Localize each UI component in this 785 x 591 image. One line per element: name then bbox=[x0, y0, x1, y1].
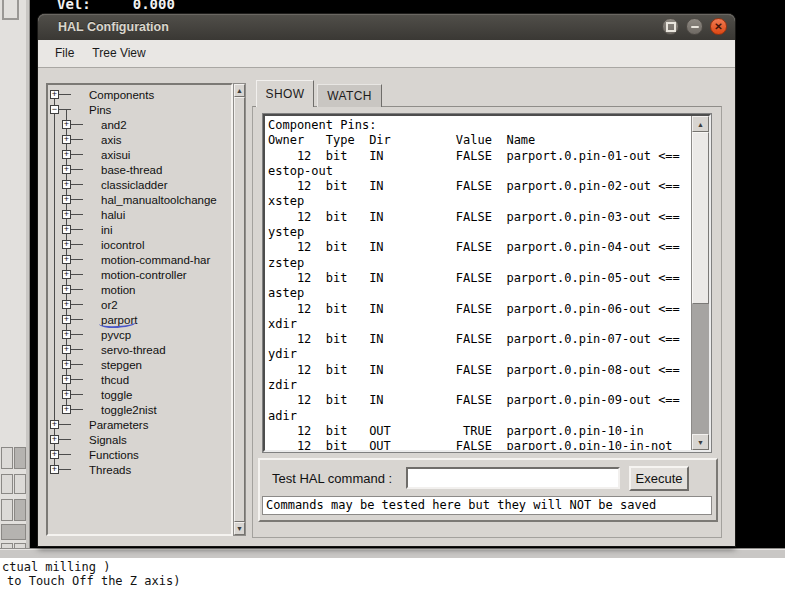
menu-tree-view[interactable]: Tree View bbox=[83, 40, 154, 67]
tree-item-axisui[interactable]: +axisui bbox=[48, 147, 231, 162]
expand-icon[interactable]: + bbox=[62, 345, 71, 354]
tree-item-base-thread[interactable]: +base-thread bbox=[48, 162, 231, 177]
tree-item-label: and2 bbox=[101, 119, 127, 131]
expand-icon[interactable]: + bbox=[62, 120, 71, 129]
tree-item-label: axis bbox=[101, 134, 121, 146]
expand-icon[interactable]: + bbox=[62, 285, 71, 294]
window-body: +Components−Pins+and2+axis+axisui+base-t… bbox=[38, 68, 735, 546]
tree-connector bbox=[71, 207, 101, 222]
tree-connector bbox=[59, 417, 89, 432]
expand-icon[interactable]: + bbox=[62, 300, 71, 309]
tree-item-servo-thread[interactable]: +servo-thread bbox=[48, 342, 231, 357]
execute-button[interactable]: Execute bbox=[629, 466, 689, 491]
tree-item-Parameters[interactable]: +Parameters bbox=[48, 417, 231, 432]
expand-icon[interactable]: + bbox=[50, 465, 59, 474]
expand-icon[interactable]: + bbox=[50, 450, 59, 459]
tree-item-pyvcp[interactable]: +pyvcp bbox=[48, 327, 231, 342]
expand-icon[interactable]: + bbox=[62, 135, 71, 144]
tree-connector bbox=[71, 297, 101, 312]
titlebar[interactable]: HAL Configuration ✕ bbox=[38, 14, 735, 40]
fragment-button bbox=[1, 499, 13, 521]
tree-item-label: stepgen bbox=[101, 359, 142, 371]
expand-icon[interactable]: + bbox=[50, 90, 59, 99]
expand-icon[interactable]: + bbox=[62, 255, 71, 264]
expand-icon[interactable]: + bbox=[62, 240, 71, 249]
tree-item-stepgen[interactable]: +stepgen bbox=[48, 357, 231, 372]
tree-item-motion-controller[interactable]: +motion-controller bbox=[48, 267, 231, 282]
expand-icon[interactable]: + bbox=[62, 165, 71, 174]
tree-connector bbox=[71, 312, 101, 327]
tree-scrollbar-thumb[interactable] bbox=[234, 97, 245, 522]
tree-item-classicladder[interactable]: +classicladder bbox=[48, 177, 231, 192]
tree-item-halui[interactable]: +halui bbox=[48, 207, 231, 222]
tree-item-motion[interactable]: +motion bbox=[48, 282, 231, 297]
expand-icon[interactable]: + bbox=[62, 390, 71, 399]
scroll-up-icon[interactable]: ▲ bbox=[692, 116, 709, 132]
tree-item-axis[interactable]: +axis bbox=[48, 132, 231, 147]
maximize-icon bbox=[666, 22, 676, 32]
tree-item-toggle[interactable]: +toggle bbox=[48, 387, 231, 402]
tree-item-toggle2nist[interactable]: +toggle2nist bbox=[48, 402, 231, 417]
show-scrollbar-trough[interactable] bbox=[692, 304, 709, 434]
tree-item-and2[interactable]: +and2 bbox=[48, 117, 231, 132]
tree-item-Components[interactable]: +Components bbox=[48, 87, 231, 102]
expand-icon[interactable]: + bbox=[62, 210, 71, 219]
show-output-text[interactable]: Component Pins: Owner Type Dir Value Nam… bbox=[265, 116, 691, 450]
tree-item-label: pyvcp bbox=[101, 329, 131, 341]
tree-connector bbox=[71, 162, 101, 177]
scroll-down-icon[interactable]: ▼ bbox=[692, 434, 709, 450]
tree-item-motion-command-har[interactable]: +motion-command-har bbox=[48, 252, 231, 267]
scroll-up-icon[interactable]: ▲ bbox=[234, 84, 245, 97]
tab-watch[interactable]: WATCH bbox=[317, 84, 382, 107]
fragment-button bbox=[14, 474, 26, 494]
tree-connector bbox=[71, 237, 101, 252]
tree-connector bbox=[71, 252, 101, 267]
expand-icon[interactable]: + bbox=[50, 420, 59, 429]
background-text-line: to Touch Off the Z axis) bbox=[7, 574, 180, 588]
test-command-input[interactable] bbox=[406, 467, 620, 489]
tree-item-Signals[interactable]: +Signals bbox=[48, 432, 231, 447]
expand-icon[interactable]: + bbox=[62, 195, 71, 204]
expand-icon[interactable]: + bbox=[62, 225, 71, 234]
tree-item-parport[interactable]: +parport bbox=[48, 312, 231, 327]
collapse-icon[interactable]: − bbox=[50, 105, 59, 114]
show-scrollbar-thumb[interactable] bbox=[692, 132, 709, 304]
minimize-button[interactable] bbox=[686, 18, 703, 35]
tree-connector bbox=[71, 132, 101, 147]
menubar: File Tree View bbox=[38, 40, 735, 68]
command-note: Commands may be tested here but they wil… bbox=[262, 496, 712, 515]
tree-item-label: motion bbox=[101, 284, 136, 296]
expand-icon[interactable]: + bbox=[62, 375, 71, 384]
expand-icon[interactable]: + bbox=[62, 315, 71, 324]
close-button[interactable]: ✕ bbox=[710, 18, 727, 35]
tree-item-hal_manualtoolchange[interactable]: +hal_manualtoolchange bbox=[48, 192, 231, 207]
tree-connector bbox=[71, 342, 101, 357]
maximize-button[interactable] bbox=[662, 18, 679, 35]
tree-item-iocontrol[interactable]: +iocontrol bbox=[48, 237, 231, 252]
expand-icon[interactable]: + bbox=[62, 150, 71, 159]
expand-icon[interactable]: + bbox=[62, 405, 71, 414]
scroll-down-icon[interactable]: ▼ bbox=[234, 522, 245, 535]
tree-scrollbar[interactable]: ▲ ▼ bbox=[233, 83, 246, 536]
tree-item-label: toggle2nist bbox=[101, 404, 157, 416]
tree-item-Pins[interactable]: −Pins bbox=[48, 102, 231, 117]
tree-item-label: iocontrol bbox=[101, 239, 144, 251]
fragment-button bbox=[1, 474, 13, 494]
window-title: HAL Configuration bbox=[58, 14, 169, 40]
expand-icon[interactable]: + bbox=[62, 180, 71, 189]
expand-icon[interactable]: + bbox=[50, 435, 59, 444]
vel-value: 0.000 bbox=[133, 0, 175, 12]
menu-file[interactable]: File bbox=[46, 40, 83, 67]
expand-icon[interactable]: + bbox=[62, 330, 71, 339]
tree-item-or2[interactable]: +or2 bbox=[48, 297, 231, 312]
tab-show[interactable]: SHOW bbox=[256, 80, 314, 107]
component-tree-panel[interactable]: +Components−Pins+and2+axis+axisui+base-t… bbox=[46, 83, 233, 536]
tree-item-thcud[interactable]: +thcud bbox=[48, 372, 231, 387]
tree-item-ini[interactable]: +ini bbox=[48, 222, 231, 237]
expand-icon[interactable]: + bbox=[62, 360, 71, 369]
tree-item-Threads[interactable]: +Threads bbox=[48, 462, 231, 477]
tree-item-label: motion-command-har bbox=[101, 254, 210, 266]
expand-icon[interactable]: + bbox=[62, 270, 71, 279]
tree-item-Functions[interactable]: +Functions bbox=[48, 447, 231, 462]
show-output-scrollbar[interactable]: ▲ ▼ bbox=[691, 116, 709, 450]
